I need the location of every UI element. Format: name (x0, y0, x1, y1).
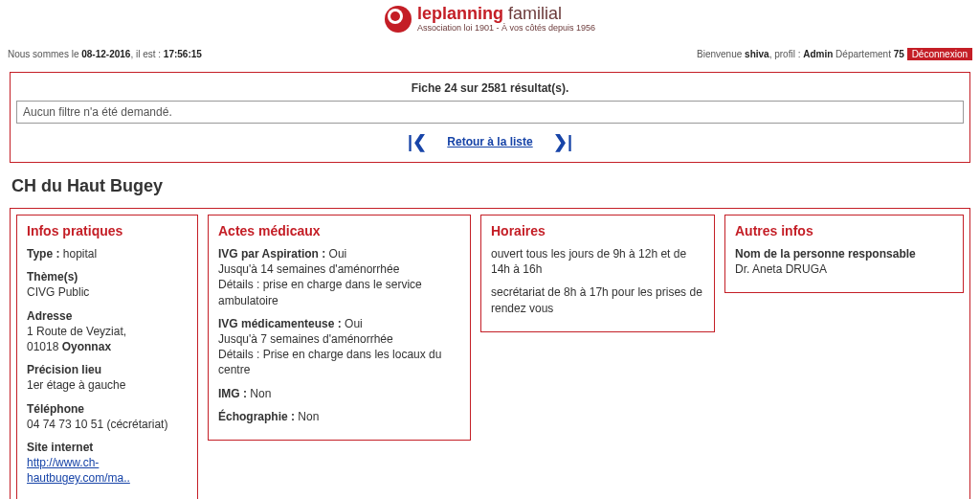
panel-heading: Actes médicaux (218, 223, 460, 238)
pagination-nav: |❮ Retour à la liste ❯| (16, 124, 964, 156)
topbar: Nous sommes le 08-12-2016, il est : 17:5… (0, 48, 980, 66)
panel-horaires: Horaires ouvert tous les jours de 9h à 1… (480, 215, 715, 332)
panel-actes-medicaux: Actes médicaux IVG par Aspiration : Oui … (208, 215, 471, 441)
first-page-icon[interactable]: |❮ (408, 131, 427, 152)
date-time: Nous sommes le 08-12-2016, il est : 17:5… (8, 49, 202, 59)
website-link[interactable]: http://www.ch-hautbugey.com/ma.. (27, 456, 130, 485)
next-page-icon[interactable]: ❯| (553, 131, 572, 152)
results-header: Fiche 24 sur 2581 résultat(s). (16, 79, 964, 101)
logo-icon (385, 6, 412, 33)
results-box: Fiche 24 sur 2581 résultat(s). Aucun fil… (10, 72, 970, 163)
logo: leplanning familial Association loi 1901… (385, 5, 595, 33)
page-title: CH du Haut Bugey (0, 169, 980, 204)
user-info: Bienvenue shiva, profil : Admin Départem… (697, 48, 972, 60)
logo-title-dark: familial (503, 4, 562, 23)
filter-message: Aucun filtre n'a été demandé. (16, 101, 964, 124)
panel-heading: Autres infos (735, 223, 953, 238)
logout-button[interactable]: Déconnexion (907, 48, 972, 60)
panel-heading: Infos pratiques (27, 223, 188, 238)
panels-container: Infos pratiques Type : hopital Thème(s)C… (10, 208, 970, 499)
back-to-list-link[interactable]: Retour à la liste (447, 135, 532, 148)
panel-autres-infos: Autres infos Nom de la personne responsa… (724, 215, 964, 293)
logo-subtitle: Association loi 1901 - À vos côtés depui… (417, 24, 595, 33)
panel-heading: Horaires (491, 223, 704, 238)
header: leplanning familial Association loi 1901… (0, 0, 980, 48)
logo-title-red: leplanning (417, 4, 503, 23)
panel-infos-pratiques: Infos pratiques Type : hopital Thème(s)C… (16, 215, 198, 499)
